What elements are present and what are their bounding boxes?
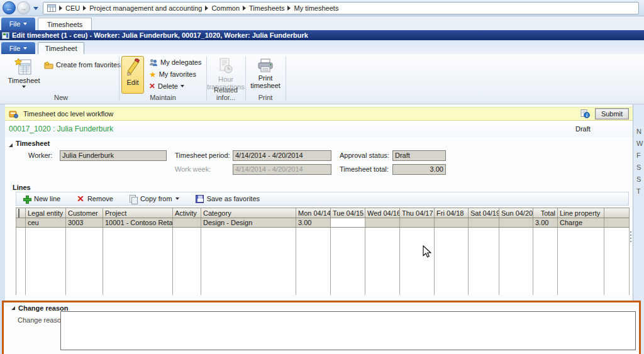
cell-thu[interactable] [400, 218, 435, 228]
tab-timesheet-label: Timesheet [45, 45, 77, 52]
col-total[interactable]: Total [533, 208, 558, 218]
chevron-down-icon [22, 86, 26, 88]
create-from-favorites-button[interactable]: Create from favorites [43, 59, 122, 70]
col-tue[interactable]: Tue 04/15 [331, 208, 365, 218]
col-legal-entity[interactable]: Legal entity [26, 208, 66, 218]
remove-x-icon: ✕ [77, 195, 84, 202]
checkbox-icon [18, 209, 19, 218]
timesheet-section-title: Timesheet [16, 140, 50, 147]
col-sat[interactable]: Sat 04/19 [469, 208, 499, 218]
save-as-favorites-button[interactable]: Save as favorites [196, 195, 260, 203]
cell-legal-entity[interactable]: ceu [26, 218, 66, 228]
timesheet-period-field[interactable]: 4/14/2014 - 4/20/2014 [233, 150, 331, 161]
outer-tab-strip: File Timesheets [0, 16, 644, 30]
chevron-down-icon [23, 23, 27, 25]
breadcrumb-item-my-timesheets[interactable]: My timesheets [294, 4, 338, 12]
back-button[interactable]: ← [3, 1, 16, 14]
col-activity[interactable]: Activity [173, 208, 201, 218]
cell-line-property[interactable]: Charge [558, 218, 604, 228]
ribbon-group-print: Print timesheet Print [247, 54, 284, 102]
group-label-related: Related infor... [208, 86, 244, 101]
workflow-icon [9, 110, 18, 118]
inner-file-tab-label: File [9, 45, 21, 52]
cell-category[interactable]: Design - Design [201, 218, 296, 228]
inner-file-tab[interactable]: File [1, 42, 35, 54]
workflow-info-icon[interactable]: i [580, 109, 590, 118]
tab-timesheet[interactable]: Timesheet [38, 42, 84, 54]
print-timesheet-button[interactable]: Print timesheet [249, 56, 282, 94]
create-from-favorites-icon [44, 61, 53, 69]
record-title: 00017_1020 : Julia Funderburk [9, 124, 113, 133]
lines-toolbar: New line ✕ Remove Copy from Save as favo… [16, 192, 629, 206]
cell-activity[interactable] [173, 218, 201, 228]
lines-section-header: Lines [13, 184, 31, 191]
save-disk-icon [196, 195, 204, 203]
my-delegates-icon [149, 58, 158, 66]
col-fri[interactable]: Fri 04/18 [435, 208, 469, 218]
back-icon: ← [6, 4, 13, 12]
outer-tab-timesheets-label: Timesheets [47, 21, 82, 28]
delete-button[interactable]: ✕ Delete [148, 80, 186, 92]
col-mon[interactable]: Mon 04/14 [296, 208, 331, 218]
table-row[interactable]: ceu 3003 10001 - Contoso Retail L... Des… [16, 218, 630, 228]
col-thu[interactable]: Thu 04/17 [400, 208, 435, 218]
group-label-maintain: Maintain [120, 94, 206, 101]
col-category[interactable]: Category [201, 208, 296, 218]
copy-from-button[interactable]: Copy from [130, 195, 179, 203]
timesheet-button[interactable]: Timesheet [8, 56, 40, 94]
cell-total: 3.00 [533, 218, 558, 228]
cell-customer[interactable]: 3003 [66, 218, 103, 228]
cell-sat[interactable] [469, 218, 499, 228]
grid-empty-area [16, 228, 630, 295]
timesheet-section-header[interactable]: Timesheet [9, 140, 50, 147]
outer-tab-timesheets[interactable]: Timesheets [38, 18, 92, 30]
ribbon-group-separator [286, 57, 286, 101]
col-project[interactable]: Project [103, 208, 173, 218]
splitter-grip[interactable] [630, 231, 632, 244]
window-icon [2, 32, 9, 39]
cell-fri[interactable] [435, 218, 469, 228]
chevron-down-icon [23, 47, 27, 50]
remove-button[interactable]: ✕ Remove [77, 195, 113, 202]
change-reason-input[interactable] [60, 311, 636, 350]
col-wed[interactable]: Wed 04/16 [365, 208, 400, 218]
breadcrumb-item-module[interactable]: Project management and accounting [89, 4, 202, 12]
my-favorites-button[interactable]: ★ My favorites [148, 69, 197, 80]
breadcrumb-separator-icon [287, 6, 291, 11]
record-header: 00017_1020 : Julia Funderburk Draft [5, 121, 633, 137]
col-customer[interactable]: Customer [66, 208, 103, 218]
new-line-button[interactable]: New line [23, 195, 60, 203]
forward-button[interactable]: → [17, 1, 30, 14]
cell-project[interactable]: 10001 - Contoso Retail L... [103, 218, 173, 228]
cell-sun[interactable] [499, 218, 533, 228]
cell-wed[interactable] [365, 218, 400, 228]
col-sun[interactable]: Sun 04/20 [499, 208, 533, 218]
my-delegates-button[interactable]: My delegates [148, 57, 203, 68]
factbox-fragment: T [636, 185, 644, 197]
submit-button[interactable]: Submit [595, 108, 629, 119]
outer-file-tab[interactable]: File [1, 18, 35, 30]
change-reason-section-header[interactable]: Change reason [11, 304, 68, 312]
cell-tue-active[interactable] [331, 218, 365, 228]
copy-icon [130, 195, 137, 203]
breadcrumb-item-timesheets[interactable]: Timesheets [249, 4, 284, 12]
select-all-header[interactable] [16, 208, 26, 218]
timesheet-new-icon [14, 58, 33, 75]
factbox-fragment: F [636, 150, 644, 162]
group-label-new: New [4, 94, 118, 101]
worker-field[interactable]: Julia Funderburk [60, 150, 167, 161]
my-delegates-label: My delegates [160, 58, 201, 66]
ribbon-group-related: Hour transactions Related infor... [208, 54, 244, 102]
new-line-label: New line [34, 195, 60, 202]
col-line-property[interactable]: Line property [558, 208, 604, 218]
history-dropdown-icon[interactable] [33, 7, 38, 10]
breadcrumb-item-ceu[interactable]: CEU [65, 4, 80, 12]
worker-label: Worker: [28, 150, 52, 161]
collapse-expander-icon [11, 306, 15, 310]
edit-button[interactable]: Edit [121, 56, 144, 94]
cell-mon[interactable]: 3.00 [296, 218, 331, 228]
print-timesheet-label: Print timesheet [249, 74, 282, 89]
breadcrumb-item-common[interactable]: Common [211, 4, 240, 12]
row-selector-cell[interactable] [16, 218, 26, 228]
ribbon-group-separator [119, 57, 119, 101]
